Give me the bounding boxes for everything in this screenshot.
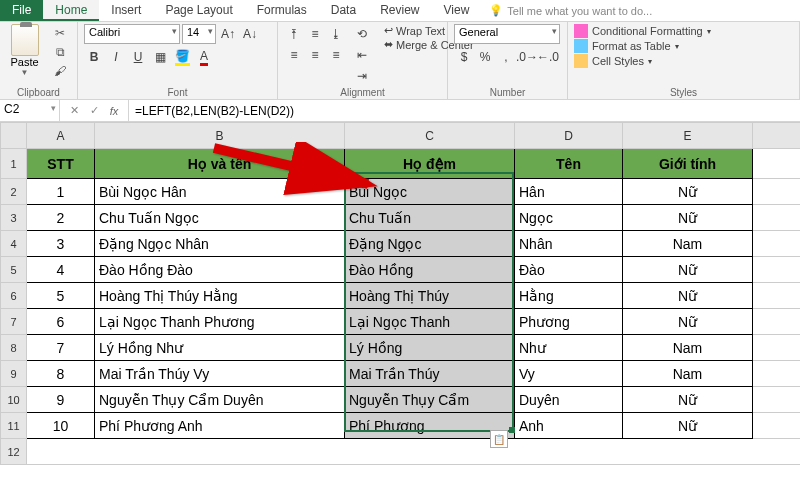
align-bottom-button[interactable]: ⭳ xyxy=(326,24,346,44)
decrease-decimal-button[interactable]: ←.0 xyxy=(538,47,558,67)
cell[interactable] xyxy=(753,257,801,283)
decrease-font-button[interactable]: A↓ xyxy=(240,24,260,44)
cell-stt[interactable]: 4 xyxy=(27,257,95,283)
cell-hoten[interactable]: Phí Phương Anh xyxy=(95,413,345,439)
font-size-combo[interactable]: 14 xyxy=(182,24,216,44)
row-header[interactable]: 3 xyxy=(1,205,27,231)
tab-home[interactable]: Home xyxy=(43,0,99,21)
row-header[interactable]: 8 xyxy=(1,335,27,361)
cell[interactable] xyxy=(753,231,801,257)
col-header-d[interactable]: D xyxy=(515,123,623,149)
cell-hodem[interactable]: Chu Tuấn xyxy=(345,205,515,231)
cell-gioitinh[interactable]: Nam xyxy=(623,335,753,361)
cell-stt[interactable]: 3 xyxy=(27,231,95,257)
cell-hoten[interactable]: Hoàng Thị Thúy Hằng xyxy=(95,283,345,309)
cell-hoten[interactable]: Chu Tuấn Ngọc xyxy=(95,205,345,231)
cell-hodem[interactable]: Lại Ngọc Thanh xyxy=(345,309,515,335)
tab-view[interactable]: View xyxy=(432,0,482,21)
col-header-c[interactable]: C xyxy=(345,123,515,149)
col-header-f[interactable] xyxy=(753,123,801,149)
cell-styles-button[interactable]: Cell Styles▾ xyxy=(574,54,711,68)
enter-formula-button[interactable]: ✓ xyxy=(86,103,102,119)
row-header[interactable]: 1 xyxy=(1,149,27,179)
cell-hodem[interactable]: Phí Phương xyxy=(345,413,515,439)
tab-file[interactable]: File xyxy=(0,0,43,21)
tab-review[interactable]: Review xyxy=(368,0,431,21)
cell-hodem[interactable]: Hoàng Thị Thúy xyxy=(345,283,515,309)
cell-hodem[interactable]: Nguyễn Thụy Cẩm xyxy=(345,387,515,413)
align-left-button[interactable]: ≡ xyxy=(284,45,304,65)
row-header[interactable]: 12 xyxy=(1,439,27,465)
row-header[interactable]: 9 xyxy=(1,361,27,387)
select-all-corner[interactable] xyxy=(1,123,27,149)
cell-hoten[interactable]: Bùi Ngọc Hân xyxy=(95,179,345,205)
cell-gioitinh[interactable]: Nam xyxy=(623,231,753,257)
cell[interactable] xyxy=(753,179,801,205)
cell-hoten[interactable]: Mai Trần Thúy Vy xyxy=(95,361,345,387)
number-format-combo[interactable]: General xyxy=(454,24,560,44)
formula-input[interactable] xyxy=(129,100,800,121)
tab-data[interactable]: Data xyxy=(319,0,368,21)
spreadsheet-grid[interactable]: A B C D E 1 STT Họ và tên Họ đệm Tên Giớ… xyxy=(0,122,800,465)
cell-hodem[interactable]: Đào Hồng xyxy=(345,257,515,283)
align-right-button[interactable]: ≡ xyxy=(326,45,346,65)
cell-ten[interactable]: Vy xyxy=(515,361,623,387)
cell-ten[interactable]: Nhân xyxy=(515,231,623,257)
tell-me-search[interactable]: 💡 Tell me what you want to do... xyxy=(481,0,660,21)
header-gioitinh[interactable]: Giới tính xyxy=(623,149,753,179)
align-center-button[interactable]: ≡ xyxy=(305,45,325,65)
cell-gioitinh[interactable]: Nữ xyxy=(623,413,753,439)
font-color-button[interactable]: A xyxy=(194,47,214,67)
cell-hodem[interactable]: Đặng Ngọc xyxy=(345,231,515,257)
cell[interactable] xyxy=(753,205,801,231)
cell-stt[interactable]: 1 xyxy=(27,179,95,205)
italic-button[interactable]: I xyxy=(106,47,126,67)
orientation-button[interactable]: ⟲ xyxy=(352,24,372,44)
bold-button[interactable]: B xyxy=(84,47,104,67)
col-header-e[interactable]: E xyxy=(623,123,753,149)
name-box[interactable]: C2 xyxy=(0,100,60,121)
copy-button[interactable]: ⧉ xyxy=(49,43,71,61)
cell-ten[interactable]: Đào xyxy=(515,257,623,283)
row-header[interactable]: 6 xyxy=(1,283,27,309)
increase-font-button[interactable]: A↑ xyxy=(218,24,238,44)
conditional-formatting-button[interactable]: Conditional Formatting▾ xyxy=(574,24,711,38)
cell-gioitinh[interactable]: Nữ xyxy=(623,257,753,283)
border-button[interactable]: ▦ xyxy=(150,47,170,67)
cell-ten[interactable]: Hằng xyxy=(515,283,623,309)
row-header[interactable]: 10 xyxy=(1,387,27,413)
cell-hodem[interactable]: Lý Hồng xyxy=(345,335,515,361)
header-hoten[interactable]: Họ và tên xyxy=(95,149,345,179)
cancel-formula-button[interactable]: ✕ xyxy=(66,103,82,119)
underline-button[interactable]: U xyxy=(128,47,148,67)
percent-button[interactable]: % xyxy=(475,47,495,67)
cell-stt[interactable]: 9 xyxy=(27,387,95,413)
cell-gioitinh[interactable]: Nam xyxy=(623,361,753,387)
cell[interactable] xyxy=(753,149,801,179)
tab-insert[interactable]: Insert xyxy=(99,0,153,21)
cell-stt[interactable]: 10 xyxy=(27,413,95,439)
cell-hoten[interactable]: Đặng Ngọc Nhân xyxy=(95,231,345,257)
cell-gioitinh[interactable]: Nữ xyxy=(623,309,753,335)
accounting-button[interactable]: $ xyxy=(454,47,474,67)
cell-hoten[interactable]: Lại Ngọc Thanh Phương xyxy=(95,309,345,335)
cell-hodem[interactable]: Bùi Ngọc xyxy=(345,179,515,205)
tab-formulas[interactable]: Formulas xyxy=(245,0,319,21)
tab-page-layout[interactable]: Page Layout xyxy=(153,0,244,21)
cell[interactable] xyxy=(753,387,801,413)
align-middle-button[interactable]: ≡ xyxy=(305,24,325,44)
row-header[interactable]: 11 xyxy=(1,413,27,439)
cell-stt[interactable]: 7 xyxy=(27,335,95,361)
cell[interactable] xyxy=(27,439,801,465)
paste-button[interactable]: Paste ▼ xyxy=(6,24,43,77)
increase-indent-button[interactable]: ⇥ xyxy=(352,66,372,86)
cell-hoten[interactable]: Lý Hồng Như xyxy=(95,335,345,361)
header-stt[interactable]: STT xyxy=(27,149,95,179)
cell-ten[interactable]: Như xyxy=(515,335,623,361)
format-painter-button[interactable]: 🖌 xyxy=(49,62,71,80)
comma-button[interactable]: , xyxy=(496,47,516,67)
cut-button[interactable]: ✂ xyxy=(49,24,71,42)
decrease-indent-button[interactable]: ⇤ xyxy=(352,45,372,65)
col-header-a[interactable]: A xyxy=(27,123,95,149)
cell-gioitinh[interactable]: Nữ xyxy=(623,179,753,205)
